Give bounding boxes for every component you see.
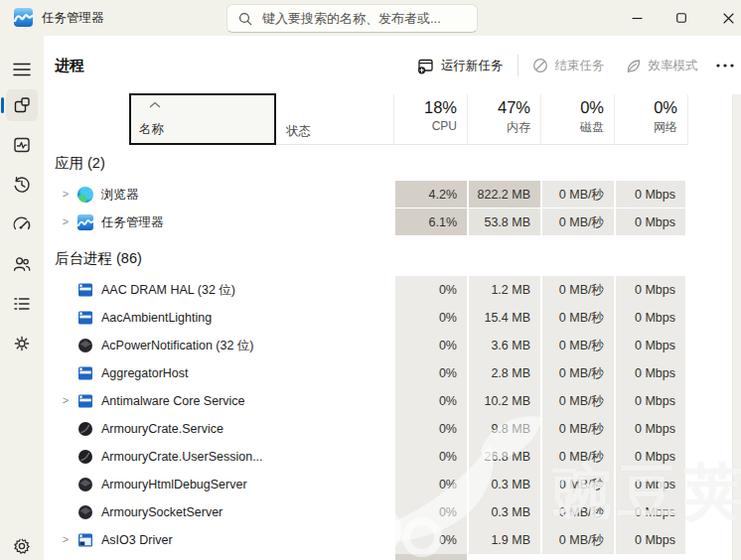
performance-icon	[12, 135, 32, 155]
table-row[interactable]: > AsIO3 Driver 0% 1.9 MB 0 MB/秒 0 Mbps	[44, 526, 732, 554]
default-app-icon	[77, 310, 93, 326]
status-column-header[interactable]: 状态	[286, 123, 311, 140]
main-content: 进程 运行新任务 结束任务 效率模式	[44, 36, 741, 560]
run-new-task-label: 运行新任务	[441, 58, 504, 74]
services-icon	[12, 334, 32, 353]
memory-column-header[interactable]: 47% 内存	[467, 94, 540, 145]
network-total-percent: 0%	[615, 98, 687, 117]
efficiency-mode-button[interactable]: 效率模式	[615, 50, 708, 81]
sidebar-item-performance[interactable]	[6, 129, 38, 161]
memory-cell: 822.2 MB	[467, 181, 540, 209]
default-app-icon	[77, 365, 93, 381]
memory-cell: 3.6 MB	[467, 332, 540, 359]
table-row[interactable]: AcPowerNotification (32 位) 0% 3.6 MB 0 M…	[44, 332, 732, 359]
task-manager-app-icon	[14, 8, 33, 27]
cpu-column-header[interactable]: 18% CPU	[393, 94, 467, 145]
table-row[interactable]: > 任务管理器 6.1% 53.8 MB 0 MB/秒 0 Mbps	[44, 209, 732, 236]
search-input[interactable]: 键入要搜索的名称、发布者或...	[226, 4, 478, 33]
network-cell: 0 Mbps	[614, 181, 687, 209]
process-name: AAC DRAM HAL (32 位)	[101, 276, 235, 304]
nav-menu-button[interactable]	[6, 54, 38, 85]
process-name: 任务管理器	[101, 209, 164, 236]
disk-column-header[interactable]: 0% 磁盘	[540, 94, 614, 145]
cpu-cell: 0%	[393, 498, 467, 526]
process-name: AcPowerNotification (32 位)	[101, 332, 254, 359]
disk-cell: 0 MB/秒	[540, 359, 614, 387]
sidebar-item-details[interactable]	[6, 288, 38, 320]
cpu-cell: 0%	[393, 471, 467, 498]
run-new-task-button[interactable]: 运行新任务	[407, 50, 514, 81]
memory-cell: 0.3 MB	[467, 471, 540, 498]
sidebar-item-app-history[interactable]	[6, 169, 38, 201]
process-name: AggregatorHost	[101, 359, 189, 387]
table-row[interactable]: > Antimalware Core Service 0% 10.2 MB 0 …	[44, 387, 732, 415]
close-button[interactable]	[706, 0, 741, 36]
window-title: 任务管理器	[42, 0, 104, 36]
network-cell: 0 Mbps	[614, 304, 687, 332]
disk-cell: 0 MB/秒	[540, 332, 614, 359]
network-column-header[interactable]: 0% 网络	[614, 94, 687, 145]
table-row[interactable]: ArmourySocketServer 0% 0.3 MB 0 MB/秒 0 M…	[44, 498, 732, 526]
chevron-right-icon[interactable]: >	[59, 209, 73, 236]
group-header-apps[interactable]: 应用 (2)	[55, 154, 105, 173]
partial-next-row-cpu-cell	[393, 554, 467, 560]
hamburger-icon	[13, 63, 31, 76]
chevron-right-icon[interactable]: >	[59, 181, 73, 209]
end-task-icon	[532, 58, 548, 73]
network-cell: 0 Mbps	[614, 332, 687, 359]
disk-cell: 0 MB/秒	[540, 387, 614, 415]
network-cell: 0 Mbps	[614, 415, 687, 443]
cpu-cell: 4.2%	[393, 181, 467, 209]
end-task-button[interactable]: 结束任务	[522, 50, 615, 81]
gem-app-icon	[77, 477, 93, 492]
table-row[interactable]: AggregatorHost 0% 2.8 MB 0 MB/秒 0 Mbps	[44, 359, 732, 387]
sidebar-item-processes[interactable]	[6, 89, 38, 121]
table-row[interactable]: AacAmbientLighting 0% 15.4 MB 0 MB/秒 0 M…	[44, 304, 732, 332]
table-row[interactable]: ArmouryCrate.UserSession... 0% 26.8 MB 0…	[44, 443, 732, 471]
leaf-icon	[625, 58, 642, 74]
sidebar-item-services[interactable]	[6, 328, 38, 359]
armoury-crate-icon	[77, 421, 93, 437]
network-cell: 0 Mbps	[614, 443, 687, 471]
selected-indicator	[1, 97, 4, 113]
gem-app-icon	[77, 338, 93, 353]
sidebar-item-startup-apps[interactable]	[6, 209, 38, 240]
cpu-cell: 0%	[393, 304, 467, 332]
maximize-button[interactable]	[660, 0, 703, 36]
network-cell: 0 Mbps	[614, 498, 687, 526]
cpu-total-percent: 18%	[394, 98, 467, 117]
name-column-label: 名称	[139, 121, 164, 138]
cpu-cell: 0%	[393, 276, 467, 304]
name-column-header[interactable]: 名称	[129, 93, 276, 145]
cpu-cell: 0%	[393, 359, 467, 387]
sidebar-item-users[interactable]	[6, 248, 38, 280]
process-name: ArmouryHtmlDebugServer	[101, 471, 247, 498]
default-app-icon	[77, 393, 93, 409]
memory-cell: 1.9 MB	[467, 526, 540, 554]
network-cell: 0 Mbps	[614, 276, 687, 304]
more-options-button[interactable]	[708, 50, 741, 81]
title-bar: 任务管理器 键入要搜索的名称、发布者或...	[0, 0, 741, 36]
task-manager-icon	[77, 214, 93, 230]
table-row[interactable]: ArmouryHtmlDebugServer 0% 0.3 MB 0 MB/秒 …	[44, 471, 732, 498]
table-row[interactable]: > 浏览器 4.2% 822.2 MB 0 MB/秒 0 Mbps	[44, 181, 732, 209]
armoury-crate-icon	[77, 449, 93, 465]
efficiency-mode-label: 效率模式	[649, 58, 698, 74]
table-row[interactable]: ArmouryCrate.Service 0% 9.8 MB 0 MB/秒 0 …	[44, 415, 732, 443]
edge-browser-icon	[77, 187, 93, 203]
settings-button[interactable]	[6, 530, 38, 560]
minimize-button[interactable]	[615, 0, 659, 36]
startup-apps-icon	[12, 214, 32, 234]
details-icon	[12, 294, 32, 314]
group-header-background[interactable]: 后台进程 (86)	[55, 249, 142, 268]
page-title: 进程	[55, 57, 84, 75]
end-task-label: 结束任务	[555, 58, 605, 74]
table-row[interactable]: AAC DRAM HAL (32 位) 0% 1.2 MB 0 MB/秒 0 M…	[44, 276, 732, 304]
vertical-scrollbar[interactable]	[732, 94, 741, 560]
cpu-cell: 0%	[393, 415, 467, 443]
disk-cell: 0 MB/秒	[540, 526, 614, 554]
cpu-cell: 0%	[393, 443, 467, 471]
chevron-right-icon[interactable]: >	[59, 387, 73, 415]
chevron-right-icon[interactable]: >	[59, 526, 73, 554]
process-name: ArmouryCrate.UserSession...	[101, 443, 263, 471]
